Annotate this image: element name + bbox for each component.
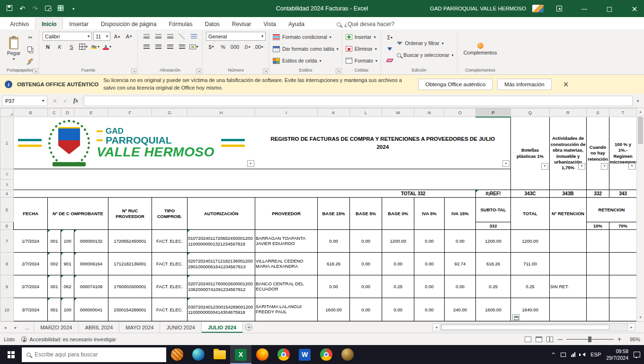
sheet-overflow-button[interactable]: ... <box>21 322 34 333</box>
scroll-right-button[interactable]: ▸ <box>627 323 635 331</box>
minimize-button[interactable]: — <box>575 0 594 17</box>
paste-button[interactable]: Pegar ▾ <box>4 32 23 66</box>
tab-inicio[interactable]: Inicio <box>35 18 63 29</box>
currency-format-button[interactable]: $▾ <box>206 42 216 51</box>
bold-button[interactable]: N <box>43 42 53 51</box>
taskbar-search-input[interactable] <box>35 351 161 358</box>
undo-button[interactable]: ↶ <box>18 5 26 12</box>
cell-tipo[interactable]: FACT. ELEC. <box>152 298 188 321</box>
dialog-launcher-alineacion[interactable]: ↘ <box>196 68 201 73</box>
column-header-o[interactable]: O <box>445 109 476 117</box>
cell-343[interactable]: 343 <box>609 190 637 198</box>
cell-base0[interactable]: 0.00 <box>382 253 414 275</box>
header-actividades-construccion[interactable]: Actividades de construcción de obra mate… <box>550 117 587 190</box>
cell-base15[interactable]: 1600.00 <box>318 298 350 321</box>
cell-iva15[interactable]: 92.74 <box>445 253 476 275</box>
cell-secuencial[interactable]: 000000041 <box>74 298 108 321</box>
column-header-b[interactable]: B <box>14 109 48 117</box>
header-base15[interactable]: BASE 15% <box>318 198 350 230</box>
cell-total[interactable]: 1200.00 <box>511 230 550 253</box>
delete-cells-button[interactable]: Eliminar ▾ <box>346 44 377 54</box>
cell-establecimiento[interactable]: 001 <box>48 275 61 298</box>
cell-proveedor[interactable]: BANCO CENTRAL DEL ECUADOR <box>255 275 318 298</box>
cell-tipo[interactable]: FACT. ELEC. <box>152 253 188 275</box>
align-top-button[interactable] <box>141 32 152 41</box>
cell-iva5[interactable]: 0.00 <box>414 253 445 275</box>
borders-button[interactable]: ▾ <box>78 42 89 51</box>
sheet-tab-julio-active[interactable]: JULIO 2024 <box>202 322 243 333</box>
cell-total-332[interactable]: TOTAL 332 <box>382 190 445 198</box>
dialog-launcher-fuente[interactable]: ↘ <box>131 68 136 73</box>
font-name-select[interactable]: Calibri ▾ <box>43 32 92 41</box>
cell-punto-emision[interactable]: 062 <box>61 275 74 298</box>
account-avatar[interactable] <box>532 5 544 12</box>
header-regimen-microempresa[interactable]: 100 % y 1%.- Regimen microempresa ▾ <box>609 117 637 190</box>
cell-ret10[interactable] <box>587 253 609 275</box>
tell-me-search[interactable]: ¿Qué desea hacer? <box>337 21 394 29</box>
cell-punto-emision[interactable]: 100 <box>61 298 74 321</box>
tab-revisar[interactable]: Revisar <box>226 18 258 29</box>
decrease-decimal-button[interactable]: .00▸ <box>253 42 264 51</box>
language-indicator[interactable]: ESP <box>590 352 601 357</box>
cell-ret10[interactable] <box>587 298 609 321</box>
find-select-button[interactable]: Buscar y seleccionar ▾ <box>397 50 454 60</box>
cell-base15[interactable]: 618.26 <box>318 253 350 275</box>
row-header-8[interactable]: 8 <box>0 253 14 275</box>
cell-proveedor[interactable]: SARITAMA LALANGUI FREDDY PAUL <box>255 298 318 321</box>
cell-subtotal[interactable]: 1600.00 <box>476 298 511 321</box>
cell-subtotal[interactable]: 618.26 <box>476 253 511 275</box>
name-box[interactable]: P37 ▾ <box>2 96 47 106</box>
cell-establecimiento[interactable]: 001 <box>48 298 61 321</box>
column-header-q[interactable]: Q <box>511 109 550 117</box>
cell-num-retencion[interactable] <box>550 298 587 321</box>
filter-dropdown-button[interactable]: ▾ <box>502 160 510 167</box>
column-header-g[interactable]: G <box>152 109 188 117</box>
scrollbar-track[interactable] <box>440 323 627 331</box>
network-icon[interactable] <box>571 352 576 357</box>
autosum-button[interactable]: Σ▾ <box>385 33 395 42</box>
cell-tipo[interactable]: FACT. ELEC. <box>152 230 188 253</box>
sheet-tab-mayo[interactable]: MAYO 2024 <box>119 322 160 333</box>
cell-proveedor[interactable]: BARRAGAN TOAPANTA JAVIER EDUARDO <box>255 230 318 253</box>
cancel-entry-button[interactable]: × <box>50 98 60 104</box>
qat-customize-button[interactable]: ▾ <box>70 7 77 11</box>
cell-ret10[interactable] <box>587 275 609 298</box>
column-header-e[interactable]: E <box>74 109 108 117</box>
header-iva5[interactable]: IVA 5% <box>414 198 445 230</box>
cell-establecimiento[interactable]: 002 <box>48 253 61 275</box>
sheet-cell[interactable] <box>14 169 511 180</box>
sheet-cell[interactable] <box>445 190 476 198</box>
cell-ret70[interactable] <box>609 253 637 275</box>
row-header-6[interactable]: 6 <box>0 222 14 230</box>
merge-center-button[interactable]: ▾ <box>188 42 199 51</box>
cell-autorizacion[interactable]: 0207202401171218213600120029010000061641… <box>188 253 255 275</box>
tray-expand-button[interactable]: ^ <box>551 352 555 357</box>
column-header-m[interactable]: M <box>382 109 414 117</box>
format-as-table-button[interactable]: Dar formato como tabla ▾ <box>273 44 339 54</box>
filter-dropdown-button[interactable]: ▾ <box>578 163 585 170</box>
start-button[interactable] <box>0 345 22 364</box>
zoom-level[interactable]: 95% <box>625 337 640 342</box>
tab-archivo[interactable]: Archivo <box>4 18 35 29</box>
cell-base0[interactable]: 0.25 <box>382 275 414 298</box>
cell-secuencial[interactable]: 000006164 <box>74 253 108 275</box>
confirm-entry-button[interactable]: ✓ <box>61 98 70 104</box>
cell-base15[interactable]: 0.00 <box>318 230 350 253</box>
zoom-in-button[interactable]: + <box>617 336 622 343</box>
cell-total[interactable]: 1840.00 <box>511 298 550 321</box>
dialog-launcher-numero[interactable]: ↘ <box>263 68 268 73</box>
select-all-button[interactable]: ◢ <box>0 109 14 117</box>
view-page-layout-button[interactable] <box>536 337 542 342</box>
cell-subtotal[interactable]: 0.25 <box>476 275 511 298</box>
cell-base5[interactable]: 0.00 <box>350 230 382 253</box>
align-center-button[interactable] <box>153 42 163 51</box>
taskbar-tiger-shortcut[interactable] <box>166 345 188 364</box>
vertical-scrollbar[interactable]: ▴ ▾ <box>636 108 644 321</box>
header-comprobante[interactable]: Nº DE C OMPROBANTE <box>48 198 108 230</box>
logo-cell[interactable]: GAD PARROQUIAL VALLE HERMOSO ▾ <box>14 117 255 169</box>
taskbar-file-explorer[interactable] <box>209 345 230 364</box>
insert-function-button[interactable]: fx <box>71 97 80 104</box>
cell-343b[interactable]: 343B <box>550 190 587 198</box>
cell-ret70[interactable] <box>609 230 637 253</box>
insert-cells-button[interactable]: Insertar ▾ <box>346 32 377 42</box>
